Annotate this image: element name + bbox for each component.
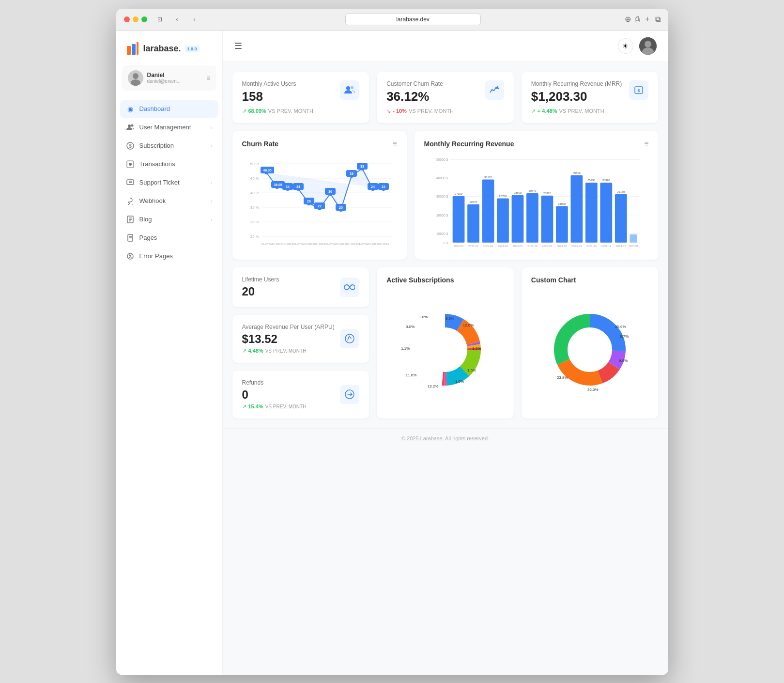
browser-chrome: ⊡ ‹ › larabase.dev ⊕ ⎙ ＋ ⧉ bbox=[116, 9, 668, 31]
churn-info: Customer Churn Rate 36.12% ↘ - 10% VS PR… bbox=[386, 80, 454, 114]
svg-text:25.6%: 25.6% bbox=[615, 325, 626, 329]
bottom-row: Lifetime Users 20 bbox=[232, 267, 659, 419]
sidebar-item-transactions[interactable]: Transactions bbox=[120, 155, 218, 173]
arpu-title: Average Revenue Per User (ARPU) bbox=[242, 324, 335, 330]
svg-text:38170: 38170 bbox=[484, 175, 492, 178]
svg-rect-104 bbox=[497, 198, 509, 242]
svg-text:2024-09: 2024-09 bbox=[571, 245, 582, 248]
churn-chart-menu-icon[interactable]: ≡ bbox=[392, 140, 397, 148]
svg-text:8.7%: 8.7% bbox=[620, 334, 629, 339]
svg-text:23.8%: 23.8% bbox=[557, 375, 568, 380]
mrr-chart-card: Monthly Recurring Revenue ≡ 50000 $ 4000… bbox=[415, 131, 659, 260]
sidebar-item-dashboard[interactable]: ◉ Dashboard bbox=[120, 100, 218, 118]
svg-rect-116 bbox=[556, 206, 568, 242]
refunds-value: 0 bbox=[242, 388, 307, 402]
svg-point-11 bbox=[129, 163, 132, 166]
close-dot[interactable] bbox=[124, 16, 130, 22]
left-col: Lifetime Users 20 bbox=[232, 267, 369, 419]
svg-text:9.9%: 9.9% bbox=[619, 358, 628, 363]
mrr-info: Monthly Recurring Revenue (MRR) $1,203.3… bbox=[531, 80, 622, 114]
logo-text: larabase. bbox=[143, 44, 181, 54]
user-menu-btn[interactable]: ≡ bbox=[206, 74, 210, 82]
user-avatar bbox=[128, 70, 143, 86]
trend-up-icon: ↗ bbox=[242, 108, 246, 114]
arpu-icon bbox=[340, 329, 359, 348]
svg-rect-12 bbox=[127, 180, 134, 185]
download-icon[interactable]: ⊕ bbox=[625, 15, 631, 24]
sidebar-item-subscription[interactable]: $ Subscription › bbox=[120, 137, 218, 155]
arpu-card: Average Revenue Per User (ARPU) $13.52 ↗… bbox=[232, 315, 369, 363]
churn-title: Customer Churn Rate bbox=[386, 80, 454, 87]
url-display[interactable]: larabase.dev bbox=[345, 14, 481, 25]
svg-text:20: 20 bbox=[339, 206, 343, 209]
svg-text:04-2024: 04-2024 bbox=[356, 243, 368, 246]
svg-text:29670: 29670 bbox=[528, 189, 536, 192]
svg-text:35990: 35990 bbox=[602, 179, 610, 182]
refund-icon bbox=[340, 385, 359, 404]
share-icon[interactable]: ⎙ bbox=[635, 15, 640, 24]
sidebar-item-webhook[interactable]: Webhook › bbox=[120, 192, 218, 210]
trend-icon-2: ↗ bbox=[242, 404, 246, 410]
mau-value: 158 bbox=[242, 89, 313, 104]
svg-text:$: $ bbox=[129, 143, 132, 149]
svg-text:8.8%: 8.8% bbox=[446, 316, 454, 321]
svg-text:35990: 35990 bbox=[587, 179, 595, 182]
svg-text:2025-01: 2025-01 bbox=[628, 245, 638, 248]
subscriptions-donut-svg: 8.8% 12.6% 1.1% 1.5% 1.0% 13.2% 11.0% 1.… bbox=[397, 301, 493, 398]
svg-text:1.5%: 1.5% bbox=[467, 368, 476, 373]
chevron-right-icon-3: › bbox=[211, 180, 213, 186]
pages-icon bbox=[126, 233, 135, 242]
mrr-bar-chart: 50000 $ 40000 $ 30000 $ 20000 $ 10000 $ … bbox=[424, 154, 649, 251]
svg-rect-98 bbox=[467, 204, 479, 242]
svg-text:13.2%: 13.2% bbox=[428, 384, 439, 388]
new-tab-icon[interactable]: ＋ bbox=[644, 14, 651, 24]
tabs-icon[interactable]: ⧉ bbox=[655, 15, 661, 24]
active-subscriptions-card: Active Subscriptions bbox=[377, 267, 514, 419]
svg-text:20000 $: 20000 $ bbox=[436, 213, 448, 217]
chevron-right-icon: › bbox=[211, 124, 213, 130]
svg-text:11.0%: 11.0% bbox=[406, 373, 417, 377]
blog-icon bbox=[126, 215, 135, 224]
mau-icon bbox=[340, 80, 359, 100]
sidebar-item-user-management[interactable]: User Management › bbox=[120, 119, 218, 136]
sidebar-toggle-btn[interactable]: ⊡ bbox=[153, 15, 167, 24]
maximize-dot[interactable] bbox=[141, 16, 147, 22]
sidebar-item-pages[interactable]: Pages bbox=[120, 229, 218, 247]
svg-point-18 bbox=[346, 86, 350, 90]
svg-text:08-2024: 08-2024 bbox=[303, 243, 314, 246]
top-bar-right: ☀ bbox=[618, 37, 657, 55]
svg-point-16 bbox=[645, 41, 651, 47]
charts-row: Churn Rate ≡ bbox=[232, 131, 659, 260]
refunds-info: Refunds 0 ↗ 15.4% VS PREV. MONTH bbox=[242, 379, 307, 410]
svg-rect-128 bbox=[615, 194, 627, 243]
forward-btn[interactable]: › bbox=[188, 15, 201, 24]
svg-rect-0 bbox=[127, 46, 131, 55]
sidebar-item-error-pages[interactable]: Error Pages bbox=[120, 248, 218, 265]
dashboard-icon: ◉ bbox=[126, 105, 135, 113]
sidebar-label-user-management: User Management bbox=[139, 124, 206, 131]
svg-text:30: 30 bbox=[328, 190, 332, 193]
svg-text:06-2024: 06-2024 bbox=[324, 243, 336, 246]
back-btn[interactable]: ‹ bbox=[170, 15, 184, 24]
svg-text:34: 34 bbox=[296, 185, 300, 188]
chevron-right-icon-2: › bbox=[211, 143, 213, 149]
minimize-dot[interactable] bbox=[133, 16, 138, 22]
browser-right-controls: ⊕ ⎙ ＋ ⧉ bbox=[625, 14, 661, 24]
theme-toggle-button[interactable]: ☀ bbox=[618, 38, 633, 54]
svg-text:50000 $: 50000 $ bbox=[436, 158, 448, 161]
svg-text:22: 22 bbox=[318, 204, 322, 208]
svg-rect-101 bbox=[482, 179, 494, 242]
top-bar: ☰ ☀ bbox=[223, 31, 668, 62]
svg-text:30 %: 30 % bbox=[250, 220, 259, 224]
sidebar-item-support-ticket[interactable]: Support Ticket › bbox=[120, 174, 218, 191]
custom-chart-card: Custom Chart bbox=[522, 267, 659, 419]
trend-up-icon-2: ↗ bbox=[531, 108, 536, 114]
header-avatar[interactable] bbox=[639, 37, 657, 55]
svg-text:32.0%: 32.0% bbox=[587, 388, 599, 392]
active-subscriptions-donut: 8.8% 12.6% 1.1% 1.5% 1.0% 13.2% 11.0% 1.… bbox=[386, 290, 504, 410]
mrr-chart-menu-icon[interactable]: ≡ bbox=[644, 140, 648, 148]
svg-text:05-2024: 05-2024 bbox=[335, 243, 346, 246]
sidebar-item-blog[interactable]: Blog › bbox=[120, 211, 218, 228]
hamburger-menu-icon[interactable]: ☰ bbox=[234, 41, 242, 51]
svg-point-7 bbox=[131, 124, 133, 126]
